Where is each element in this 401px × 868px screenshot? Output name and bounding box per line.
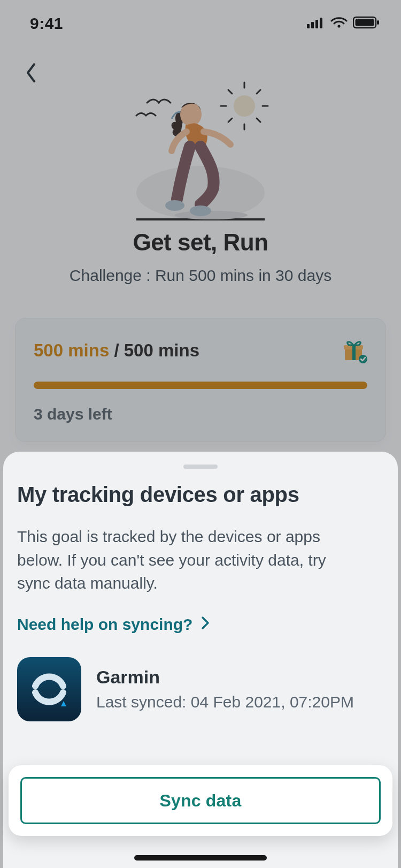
- garmin-app-icon: [17, 657, 81, 721]
- help-link-label: Need help on syncing?: [17, 615, 192, 634]
- svg-line-18: [257, 90, 260, 94]
- help-syncing-link[interactable]: Need help on syncing?: [17, 615, 210, 634]
- sheet-grabber-handle[interactable]: [183, 465, 218, 469]
- app-screen: 9:41: [0, 0, 401, 868]
- svg-point-21: [165, 200, 184, 211]
- reward-gift-icon: [342, 338, 367, 363]
- svg-point-4: [337, 25, 340, 27]
- challenge-title: Get set, Run: [21, 229, 380, 256]
- svg-rect-2: [315, 20, 318, 28]
- progress-fill: [34, 382, 367, 389]
- chevron-right-icon: [201, 615, 210, 634]
- device-last-synced: Last synced: 04 Feb 2021, 07:20PM: [96, 693, 354, 711]
- sync-action-bar: Sync data: [9, 765, 392, 836]
- svg-rect-7: [377, 20, 379, 25]
- svg-point-11: [234, 95, 255, 117]
- sync-data-button[interactable]: Sync data: [20, 777, 381, 824]
- progress-text: 500 mins / 500 mins: [34, 340, 199, 361]
- progress-total-label: / 500 mins: [114, 340, 199, 360]
- svg-line-17: [257, 118, 260, 122]
- days-left-label: 3 days left: [34, 405, 367, 423]
- progress-done-label: 500 mins: [34, 340, 109, 360]
- sheet-title: My tracking devices or apps: [17, 483, 384, 507]
- svg-rect-0: [307, 24, 310, 28]
- progress-bar: [34, 382, 367, 389]
- device-name: Garmin: [96, 667, 354, 688]
- battery-icon: [353, 16, 380, 31]
- sheet-description: This goal is tracked by the devices or a…: [17, 525, 359, 595]
- progress-card: 500 mins / 500 mins 3 days left: [15, 318, 386, 442]
- challenge-subtitle: Challenge : Run 500 mins in 30 days: [21, 267, 380, 285]
- svg-marker-27: [61, 701, 66, 706]
- status-indicators: [307, 16, 380, 31]
- svg-rect-3: [320, 18, 322, 28]
- status-bar: 9:41: [0, 0, 401, 47]
- hero-illustration: [0, 64, 401, 225]
- svg-point-22: [190, 205, 211, 216]
- svg-point-10: [175, 211, 248, 219]
- svg-line-16: [228, 90, 232, 94]
- device-row[interactable]: Garmin Last synced: 04 Feb 2021, 07:20PM: [17, 657, 384, 721]
- svg-line-19: [228, 118, 232, 122]
- svg-rect-6: [356, 19, 374, 26]
- cellular-signal-icon: [307, 17, 325, 31]
- runner-illustration-icon: [120, 80, 281, 225]
- status-time: 9:41: [30, 14, 63, 33]
- svg-rect-1: [311, 22, 314, 28]
- svg-rect-25: [352, 345, 356, 360]
- wifi-icon: [330, 17, 348, 31]
- challenge-header: Get set, Run Challenge : Run 500 mins in…: [0, 229, 401, 285]
- home-indicator: [134, 855, 267, 861]
